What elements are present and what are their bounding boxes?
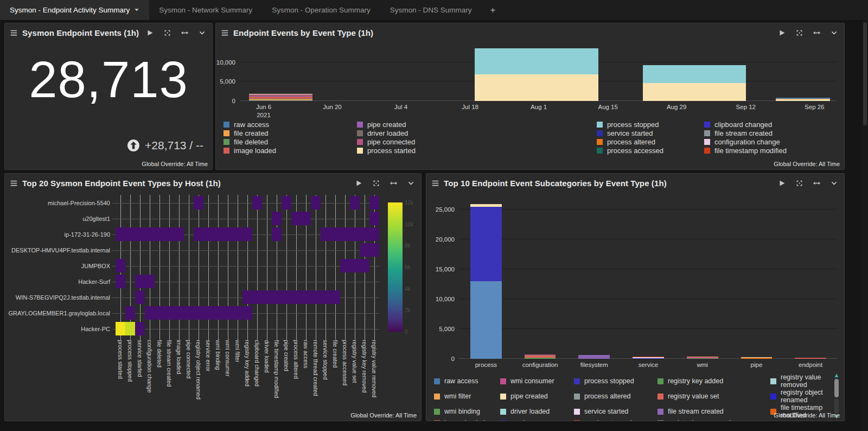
- play-icon[interactable]: [355, 180, 362, 187]
- heatmap-cell[interactable]: [321, 290, 330, 304]
- bar-Aug 22 - Sep 12[interactable]: [643, 47, 746, 101]
- heatmap-cell[interactable]: [282, 196, 291, 210]
- heatmap-cell[interactable]: [145, 306, 155, 320]
- heatmap-cell[interactable]: [360, 259, 369, 272]
- play-icon[interactable]: [778, 29, 786, 36]
- bar-segment-process-stopped[interactable]: [643, 65, 746, 84]
- legend-item-registry-value-set[interactable]: registry value set: [658, 389, 765, 404]
- legend-item-wmi-consumer[interactable]: wmi consumer: [500, 373, 569, 389]
- play-icon[interactable]: [778, 180, 786, 187]
- heatmap-cell[interactable]: [360, 227, 369, 241]
- subcategories-chart[interactable]: 05,00010,00015,00020,00025,000processcon…: [459, 199, 838, 359]
- legend-item-process-accessed[interactable]: process accessed: [597, 147, 699, 155]
- heatmap-cell[interactable]: [155, 306, 164, 320]
- scroll-up-icon[interactable]: ▲: [834, 372, 840, 378]
- heatmap-cell[interactable]: [145, 227, 155, 241]
- heatmap-cell[interactable]: [135, 322, 145, 335]
- heatmap-cell[interactable]: [223, 306, 233, 320]
- drag-handle-icon[interactable]: [10, 29, 17, 36]
- bar-wmi[interactable]: [687, 199, 718, 359]
- heatmap-cell[interactable]: [203, 306, 213, 320]
- fullscreen-icon[interactable]: [796, 180, 803, 187]
- heatmap-cell[interactable]: [135, 275, 145, 288]
- legend-item-process-altered[interactable]: process altered: [597, 138, 699, 146]
- heatmap-cell[interactable]: [330, 227, 340, 241]
- heatmap-cell[interactable]: [291, 212, 301, 225]
- legend-item-registry-key-added[interactable]: registry key added: [658, 373, 765, 389]
- legend-item-pipe-connected[interactable]: pipe connected: [357, 138, 591, 146]
- legend-item-file-timestamp-modified[interactable]: file timestamp modified: [704, 147, 787, 155]
- heatmap-cell[interactable]: [360, 243, 369, 257]
- legend-item-pipe-created[interactable]: pipe created: [357, 121, 591, 129]
- heatmap-cell[interactable]: [311, 196, 321, 210]
- heatmap-cell[interactable]: [252, 196, 262, 210]
- bar-segment-process-stopped[interactable]: [470, 207, 502, 281]
- fullscreen-icon[interactable]: [796, 29, 803, 36]
- heatmap-cell[interactable]: [369, 227, 379, 241]
- legend-item-service-stopped[interactable]: service stopped: [574, 419, 652, 421]
- legend-item-image-loaded[interactable]: image loaded: [434, 419, 495, 421]
- heatmap-cell[interactable]: [145, 275, 155, 288]
- legend-item-registry-key-removed[interactable]: registry key removed: [658, 419, 765, 421]
- drag-handle-icon[interactable]: [10, 180, 17, 187]
- heatmap-cell[interactable]: [116, 275, 125, 288]
- heatmap-cell[interactable]: [272, 227, 282, 241]
- legend-item-pipe-created[interactable]: pipe created: [500, 389, 569, 404]
- bar-segment-raw-access[interactable]: [249, 100, 313, 101]
- scrollbar-track[interactable]: [834, 398, 839, 414]
- bar-segment-process-started[interactable]: [475, 74, 598, 101]
- legend-item-wmi-binding[interactable]: wmi binding: [434, 404, 495, 419]
- heatmap-cell[interactable]: [369, 196, 379, 210]
- heatmap-cell[interactable]: [350, 259, 360, 272]
- heatmap-cell[interactable]: [194, 196, 203, 210]
- legend-item-file-created[interactable]: file created: [224, 129, 352, 137]
- legend-item-driver-loaded[interactable]: driver loaded: [357, 129, 591, 137]
- legend-item-wmi-filter[interactable]: wmi filter: [434, 389, 495, 404]
- events-by-type-chart[interactable]: 05,00010,000Jun 62021Jun 20Jul 4Jul 18Au…: [240, 47, 837, 101]
- legend-item-file-stream-created[interactable]: file stream created: [704, 129, 787, 137]
- heatmap-cell[interactable]: [184, 306, 194, 320]
- heatmap-cell[interactable]: [291, 290, 301, 304]
- heatmap-cell[interactable]: [340, 259, 350, 272]
- tab-menu-chevron-icon[interactable]: [134, 6, 139, 14]
- heatmap-cell[interactable]: [321, 227, 330, 241]
- legend-item-process-stopped[interactable]: process stopped: [574, 373, 652, 389]
- heatmap-cell[interactable]: [272, 290, 282, 304]
- heatmap-cell[interactable]: [272, 212, 282, 225]
- fullscreen-icon[interactable]: [373, 180, 380, 187]
- heatmap-cell[interactable]: [301, 212, 311, 225]
- heatmap-cell[interactable]: [125, 306, 135, 320]
- fullscreen-icon[interactable]: [164, 29, 171, 36]
- drag-handle-icon[interactable]: [221, 29, 228, 36]
- legend-item-file-stream-created[interactable]: file stream created: [658, 404, 765, 419]
- legend-item-service-started[interactable]: service started: [597, 129, 699, 137]
- legend-item-driver-loaded[interactable]: driver loaded: [500, 404, 569, 419]
- heatmap-cell[interactable]: [116, 227, 125, 241]
- resize-horizontal-icon[interactable]: [390, 180, 397, 187]
- bar-segment-image-loaded[interactable]: [795, 358, 826, 359]
- heatmap-cell[interactable]: [311, 290, 321, 304]
- heatmap-cell[interactable]: [213, 227, 223, 241]
- heatmap-cell[interactable]: [330, 290, 340, 304]
- scrollbar-thumb[interactable]: [834, 379, 839, 397]
- heatmap-cell[interactable]: [233, 227, 242, 241]
- bar-service[interactable]: [633, 199, 664, 359]
- heatmap-cell[interactable]: [125, 322, 135, 335]
- heatmap-cell[interactable]: [116, 259, 125, 272]
- bar-Jun 6 - Jun 16[interactable]: [249, 47, 313, 101]
- heatmap-cell[interactable]: [340, 227, 350, 241]
- bar-Jul 19 - Aug 13[interactable]: [475, 47, 598, 101]
- heatmap-cell[interactable]: [282, 290, 291, 304]
- heatmap-cell[interactable]: [350, 227, 360, 241]
- bar-segment-registry-key-added[interactable]: [525, 358, 556, 359]
- page-scrollbar[interactable]: [862, 20, 868, 431]
- bar-segment-pipe-connected[interactable]: [741, 358, 773, 359]
- legend-item-image-loaded[interactable]: image loaded: [224, 147, 352, 155]
- dashboard-tab[interactable]: Sysmon - Operation Summary: [262, 0, 380, 20]
- play-icon[interactable]: [146, 29, 154, 36]
- heatmap-cell[interactable]: [350, 196, 360, 210]
- heatmap-cell[interactable]: [194, 227, 203, 241]
- heatmap-cell[interactable]: [369, 212, 379, 225]
- heatmap-cell[interactable]: [125, 227, 135, 241]
- legend-item-clipboard-changed[interactable]: clipboard changed: [704, 121, 787, 129]
